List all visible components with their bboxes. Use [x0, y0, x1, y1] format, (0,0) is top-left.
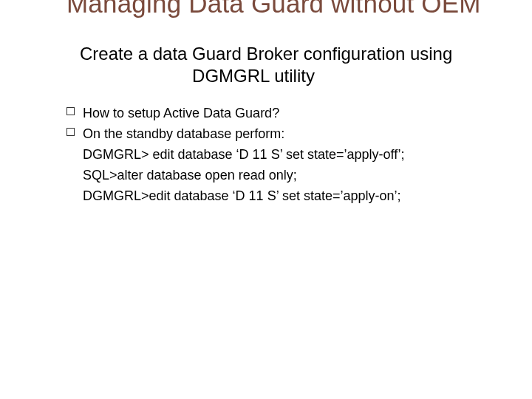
slide: Managing Data Guard without OEM Create a… [0, 0, 532, 399]
bullet-text: On the standby database perform: [83, 126, 284, 141]
slide-subtitle: Create a data Guard Broker configuration… [80, 43, 523, 87]
subtitle-line-1: Create a data Guard Broker configuration… [80, 44, 452, 64]
bullet-item: On the standby database perform: [66, 124, 480, 143]
checkbox-icon [66, 107, 75, 115]
subtitle-line-2: DGMGRL utility [80, 65, 427, 87]
checkbox-icon [66, 128, 75, 136]
bullet-text: How to setup Active Data Guard? [83, 106, 279, 120]
code-line: DGMGRL> edit database ‘D 11 S’ set state… [66, 145, 480, 164]
bullet-item: How to setup Active Data Guard? [66, 103, 480, 123]
code-line: DGMGRL>edit database ‘D 11 S’ set state=… [66, 186, 480, 205]
slide-title: Managing Data Guard without OEM [66, 0, 517, 18]
body-content: How to setup Active Data Guard? On the s… [66, 103, 480, 207]
code-line: SQL>alter database open read only; [66, 166, 480, 185]
